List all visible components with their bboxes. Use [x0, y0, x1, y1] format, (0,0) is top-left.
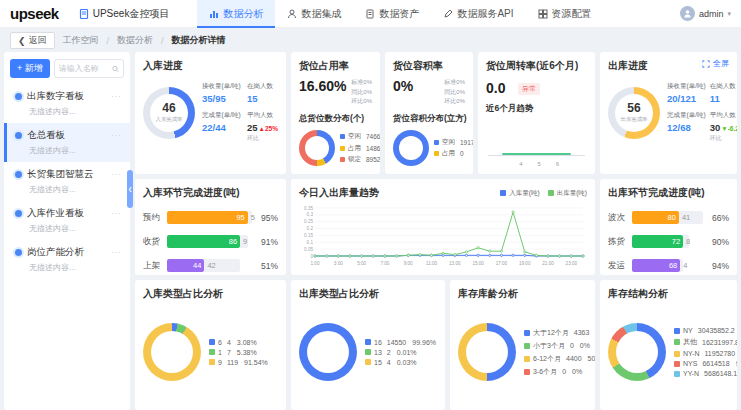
subtitle: 近6个月趋势: [486, 103, 587, 115]
legend: 空闲19171 占用0: [434, 135, 465, 161]
legend: 大于12个月436349.79% 小于3个月00% 6-12个月440050.2…: [524, 325, 587, 380]
legend-swatch: [365, 339, 371, 345]
card-inbound-steps: 入库环节完成进度(吨) 预约 95 5 95% 收货 86 9 91%: [135, 179, 286, 275]
card-title: 货位占用率: [299, 59, 372, 73]
dashboard-dot-icon: [15, 249, 22, 256]
project-name: UPSeek金控项目: [93, 7, 170, 21]
status-badge: 异常: [518, 83, 540, 95]
progress-bar-row: 波次 80 41 66%: [608, 211, 729, 224]
progress-bar-row: 拣货 72 8 90%: [608, 235, 729, 248]
inbound-progress-donut: 46入库完成率: [143, 87, 195, 139]
svg-text:0.35: 0.35: [304, 206, 313, 211]
search-input[interactable]: [59, 64, 112, 73]
volume-benchmarks: 标准0%同比0%环比0%: [444, 78, 465, 107]
project-selector[interactable]: UPSeek金控项目: [79, 7, 170, 21]
document-icon: [79, 9, 89, 19]
tab-label: 数据服务API: [457, 7, 513, 21]
turnover-value: 0.0: [486, 80, 505, 96]
card-title: 今日入出库量趋势: [299, 186, 379, 200]
nav-tabs: 数据分析 数据集成 数据资产 数据服务API 资源配置: [197, 0, 603, 28]
card-slot-occupancy: 货位占用率 16.60% 标准0%同比0%环比0% 总货位数分布(个) 空闲74…: [291, 52, 380, 174]
tab-data-assets[interactable]: 数据资产: [353, 0, 431, 28]
card-title: 出库环节完成进度(吨): [608, 186, 729, 200]
user-menu[interactable]: admin ▾: [680, 6, 731, 21]
tab-data-service-api[interactable]: 数据服务API: [431, 0, 525, 28]
dashboard-dot-icon: [15, 210, 22, 217]
more-icon[interactable]: ···: [111, 170, 122, 179]
username: admin: [699, 9, 724, 19]
stock-structure-donut: [608, 323, 666, 381]
inbound-types-donut: [143, 323, 201, 381]
legend-swatch: [674, 351, 680, 357]
sidebar-item-capacity-analysis[interactable]: 岗位产能分析··· 无描述内容...: [4, 240, 130, 279]
progress-bar-row: 收货 86 9 91%: [143, 235, 278, 248]
card-title: 货位容积率: [393, 59, 465, 73]
more-icon[interactable]: ···: [111, 131, 122, 140]
progress-bar: 72 8: [632, 235, 703, 248]
card-stock-structure: 库存结构分析 NY30435852.242.91% 其他16231997.852…: [600, 280, 737, 410]
sidebar-item-warehouse-board[interactable]: 仓总看板··· 无描述内容...: [4, 123, 130, 162]
back-button[interactable]: ❮ 返回: [10, 32, 55, 49]
svg-text:21:00: 21:00: [542, 261, 554, 266]
svg-text:0.05: 0.05: [304, 247, 313, 252]
fullscreen-button[interactable]: 全屏: [702, 58, 729, 69]
progress-bar: 86 9: [167, 235, 252, 248]
tab-data-integration[interactable]: 数据集成: [275, 0, 353, 28]
avatar: [680, 6, 695, 21]
sidebar-search[interactable]: [54, 59, 124, 78]
card-title: 入库类型占比分析: [143, 287, 278, 301]
more-icon[interactable]: ···: [111, 209, 122, 218]
tab-label: 数据分析: [223, 7, 263, 21]
more-icon[interactable]: ···: [111, 92, 122, 101]
legend-swatch: [674, 328, 680, 334]
breadcrumb: ❮ 返回 工作空间 / 数据分析 / 数据分析详情: [0, 28, 741, 52]
legend: NY30435852.242.91% 其他16231997.8522.89% N…: [674, 324, 729, 380]
more-icon[interactable]: ···: [111, 248, 122, 257]
crumb-data-analysis[interactable]: 数据分析: [117, 34, 153, 47]
top-navbar: upseek UPSeek金控项目 数据分析 数据集成 数据资产 数据服务API…: [0, 0, 741, 28]
sidebar-item-inbound-work-board[interactable]: 入库作业看板··· 无描述内容...: [4, 201, 130, 240]
tab-resource-config[interactable]: 资源配置: [526, 0, 604, 28]
trend-down-icon: ▼-6.25%: [721, 125, 737, 132]
legend-swatch: [365, 349, 371, 355]
card-outbound-types: 出库类型占比分析 161455099.96% 1320.01% 1540.03%: [291, 280, 445, 410]
card-title: 入库进度: [143, 59, 278, 73]
search-icon: [112, 65, 119, 73]
grid-icon: [538, 9, 548, 19]
person-icon: [683, 9, 692, 18]
dashboard-dot-icon: [15, 93, 22, 100]
turnover-mini-chart: 4 5 6: [486, 143, 587, 167]
occupancy-benchmarks: 标准0%同比0%环比0%: [351, 78, 372, 107]
progress-bar: 80 41: [632, 211, 703, 224]
dashboard-dot-icon: [15, 132, 22, 139]
card-title: 入库环节完成进度(吨): [143, 186, 278, 200]
svg-text:19:00: 19:00: [519, 261, 531, 266]
progress-bar-row: 上架 44 42 51%: [143, 259, 278, 272]
sidebar-collapse-handle[interactable]: ❮: [127, 170, 133, 208]
sidebar-item-outbound-digital-board[interactable]: 出库数字看板··· 无描述内容...: [4, 84, 130, 123]
stat-completed: 完成量(单/吨)22/44: [202, 111, 243, 143]
svg-text:1:00: 1:00: [311, 261, 320, 266]
svg-text:7:00: 7:00: [380, 261, 389, 266]
legend-swatch: [209, 339, 215, 345]
svg-text:23:00: 23:00: [566, 261, 578, 266]
card-daily-trend: 今日入出库量趋势 入库量(吨) 出库量(吨) 00.050.10.150.20.…: [291, 179, 595, 275]
card-turnover-rate: 货位周转率(近6个月) 0.0 异常 近6个月趋势 4 5 6: [478, 52, 595, 174]
legend-swatch: [500, 190, 506, 196]
card-outbound-progress: 出库进度 全屏 56出库完成率 接收量(单/吨)20/121 在岗人数11 完成…: [600, 52, 737, 174]
legend-swatch: [524, 343, 530, 349]
outbound-types-donut: [299, 323, 357, 381]
legend-swatch: [524, 330, 530, 336]
tab-data-analysis[interactable]: 数据分析: [197, 0, 275, 28]
svg-text:5:00: 5:00: [357, 261, 366, 266]
crumb-workspace[interactable]: 工作空间: [63, 34, 99, 47]
card-slot-volume-rate: 货位容积率 0% 标准0%同比0%环比0% 货位容积分布(立方) 空闲19171…: [385, 52, 473, 174]
subtitle: 总货位数分布(个): [299, 113, 372, 125]
svg-text:17:00: 17:00: [496, 261, 508, 266]
trend-chart: 00.050.10.150.20.250.30.351:003:005:007:…: [299, 203, 589, 267]
svg-text:0.2: 0.2: [307, 226, 314, 231]
add-dashboard-button[interactable]: + 新增: [10, 59, 50, 78]
legend-swatch: [674, 339, 680, 345]
card-title: 库存库龄分析: [458, 287, 587, 301]
sidebar-item-changmao-cloud[interactable]: 长贸集团智慧云··· 无描述内容...: [4, 162, 130, 201]
